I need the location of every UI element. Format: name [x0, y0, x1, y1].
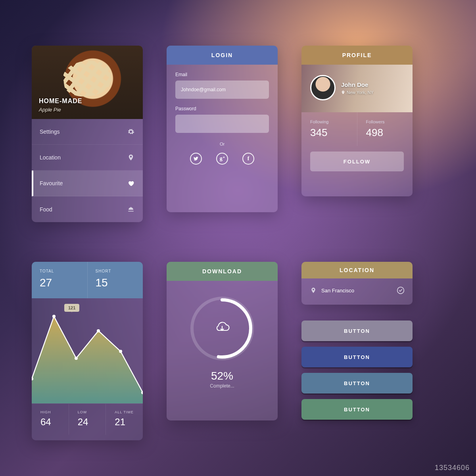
stats-low-value: 24	[78, 416, 100, 428]
stats-total-label: TOTAL	[40, 269, 79, 273]
followers-label: Followers	[366, 119, 404, 124]
location-row[interactable]: San Francisco	[301, 278, 413, 302]
stats-chart: 121	[32, 298, 143, 403]
password-label: Password	[175, 106, 269, 111]
stats-card: TOTAL 27 SHORT 15 121 HIGH 64 LOW	[32, 262, 143, 440]
nav-item-label: Settings	[40, 129, 60, 135]
cloche-icon	[127, 205, 135, 213]
stats-alltime-label: ALL TIME	[115, 410, 137, 414]
generic-button-3[interactable]: BUTTON	[301, 373, 413, 393]
pin-icon	[309, 286, 317, 294]
download-header: DOWNLOAD	[167, 262, 278, 281]
stats-total-value: 27	[40, 276, 79, 289]
profile-cover-image: John Doe New York, NY	[301, 65, 413, 112]
nav-item-label: Location	[40, 154, 61, 161]
login-or-divider: Or	[175, 142, 269, 146]
login-card: LOGIN Email Password Or g+ f	[167, 46, 278, 212]
svg-point-3	[97, 329, 100, 332]
stats-alltime-value: 21	[115, 416, 137, 428]
profile-followers[interactable]: Followers 498	[357, 112, 413, 146]
stats-short-label: SHORT	[96, 269, 135, 273]
download-progress-ring	[190, 297, 254, 360]
stats-low-label: LOW	[78, 410, 100, 414]
profile-stats: Following 345 Followers 498	[301, 112, 413, 146]
nav-card: HOME-MADE Apple Pie Settings Location Fa…	[32, 46, 143, 222]
profile-card: PROFILE John Doe New York, NY Following …	[301, 46, 413, 196]
login-social-row: g+ f	[175, 153, 269, 169]
download-percent: 52%	[167, 370, 278, 382]
generic-button-1[interactable]: BUTTON	[301, 321, 413, 341]
stats-alltime: ALL TIME 21	[106, 404, 143, 435]
nav-hero-subtitle: Apple Pie	[39, 107, 61, 113]
following-value: 345	[310, 127, 348, 139]
download-percent-label: Complete...	[167, 383, 278, 389]
chart-tooltip: 121	[64, 304, 79, 312]
stats-short-value: 15	[96, 276, 135, 289]
location-header: LOCATION	[301, 262, 413, 278]
nav-menu: Settings Location Favourite Food	[32, 119, 143, 222]
nav-hero-title: HOME-MADE	[39, 98, 82, 105]
stats-top-row: TOTAL 27 SHORT 15	[32, 262, 143, 298]
stats-total[interactable]: TOTAL 27	[32, 262, 87, 298]
nav-item-settings[interactable]: Settings	[32, 119, 143, 145]
pin-icon	[341, 90, 345, 94]
nav-hero-image: HOME-MADE Apple Pie	[32, 46, 143, 119]
watermark-text: 13534606	[435, 464, 470, 472]
nav-item-label: Favourite	[40, 180, 63, 186]
profile-location-text: New York, NY	[347, 90, 374, 95]
svg-point-1	[52, 315, 56, 318]
login-header: LOGIN	[167, 46, 278, 65]
nav-item-favourite[interactable]: Favourite	[32, 171, 143, 196]
profile-header: PROFILE	[301, 46, 413, 65]
followers-value: 498	[366, 127, 404, 139]
stats-high-value: 64	[40, 416, 63, 428]
nav-item-location[interactable]: Location	[32, 145, 143, 171]
stats-short[interactable]: SHORT 15	[87, 262, 143, 298]
cloud-download-icon	[214, 319, 230, 338]
nav-item-food[interactable]: Food	[32, 196, 143, 222]
svg-point-2	[75, 357, 78, 360]
twitter-icon[interactable]	[190, 153, 202, 165]
generic-button-2[interactable]: BUTTON	[301, 347, 413, 367]
nav-item-label: Food	[40, 206, 52, 213]
stats-high-label: HIGH	[40, 410, 63, 414]
stats-high: HIGH 64	[32, 404, 69, 435]
heart-icon	[127, 179, 135, 187]
google-plus-icon[interactable]: g+	[216, 153, 228, 165]
location-city: San Francisco	[321, 288, 354, 294]
generic-button-4[interactable]: BUTTON	[301, 399, 413, 420]
svg-point-4	[119, 350, 122, 353]
gear-icon	[127, 128, 135, 136]
password-input[interactable]	[175, 115, 269, 133]
email-input[interactable]	[175, 81, 269, 99]
following-label: Following	[310, 119, 348, 124]
stats-bottom-row: HIGH 64 LOW 24 ALL TIME 21	[32, 403, 143, 435]
profile-location: New York, NY	[341, 90, 374, 95]
pin-icon	[127, 154, 135, 161]
email-label: Email	[175, 72, 269, 77]
facebook-icon[interactable]: f	[242, 153, 254, 165]
profile-name: John Doe	[341, 81, 368, 88]
download-card: DOWNLOAD 52% Complete...	[167, 262, 278, 420]
follow-button[interactable]: FOLLOW	[310, 152, 404, 171]
stats-low: LOW 24	[69, 404, 106, 435]
avatar[interactable]	[310, 75, 336, 100]
check-circle-icon[interactable]	[397, 286, 405, 294]
pie-illustration	[61, 58, 113, 100]
profile-following[interactable]: Following 345	[301, 112, 357, 146]
location-card: LOCATION San Francisco	[301, 262, 413, 305]
